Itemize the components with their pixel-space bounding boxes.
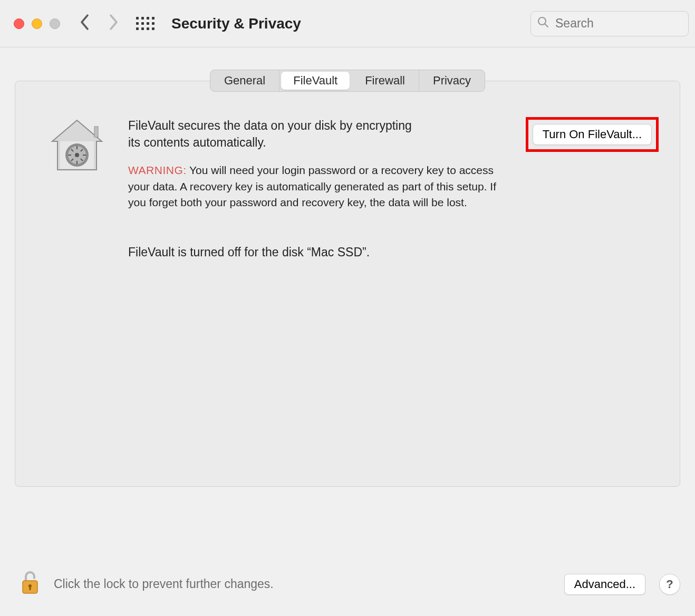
svg-point-7 xyxy=(75,153,79,157)
warning-label: WARNING: xyxy=(128,164,187,176)
window-toolbar: Security & Privacy xyxy=(0,0,695,47)
tab-bar: General FileVault Firewall Privacy xyxy=(210,70,485,92)
annotation-highlight: Turn On FileVault... xyxy=(526,117,659,152)
search-input[interactable] xyxy=(554,16,682,31)
filevault-warning: WARNING: You will need your login passwo… xyxy=(128,162,511,210)
svg-point-5 xyxy=(65,143,89,167)
advanced-button[interactable]: Advanced... xyxy=(564,574,645,595)
tab-firewall[interactable]: Firewall xyxy=(351,70,419,91)
nav-arrows xyxy=(80,14,136,33)
back-button[interactable] xyxy=(80,14,90,33)
svg-line-15 xyxy=(81,149,83,151)
show-all-button[interactable] xyxy=(136,17,155,30)
svg-marker-2 xyxy=(52,120,102,170)
content-panel: FileVault secures the data on your disk … xyxy=(15,81,680,487)
svg-line-1 xyxy=(545,24,548,27)
svg-point-6 xyxy=(68,146,86,164)
tab-privacy[interactable]: Privacy xyxy=(419,70,485,91)
minimize-window-button[interactable] xyxy=(32,18,42,29)
svg-line-12 xyxy=(71,149,73,151)
filevault-description: FileVault secures the data on your disk … xyxy=(128,117,423,151)
svg-rect-3 xyxy=(94,127,98,137)
window-controls xyxy=(6,18,80,29)
search-icon xyxy=(537,16,549,31)
turn-on-filevault-button[interactable]: Turn On FileVault... xyxy=(533,124,652,145)
window-title: Security & Privacy xyxy=(171,15,301,32)
svg-rect-4 xyxy=(60,141,94,169)
filevault-status: FileVault is turned off for the disk “Ma… xyxy=(128,244,511,261)
footer-bar: Click the lock to prevent further change… xyxy=(0,560,695,616)
warning-text: You will need your login password or a r… xyxy=(128,164,496,208)
svg-line-13 xyxy=(81,159,83,161)
lock-hint-text: Click the lock to prevent further change… xyxy=(54,577,274,591)
lock-icon[interactable] xyxy=(20,570,40,598)
search-field[interactable] xyxy=(530,11,689,36)
svg-rect-19 xyxy=(30,586,31,590)
forward-button xyxy=(109,14,118,33)
tab-filevault[interactable]: FileVault xyxy=(281,72,350,90)
svg-line-14 xyxy=(71,159,73,161)
filevault-house-icon xyxy=(43,117,111,175)
tab-general[interactable]: General xyxy=(210,70,279,91)
zoom-window-button[interactable] xyxy=(50,18,60,29)
help-button[interactable]: ? xyxy=(659,574,680,595)
close-window-button[interactable] xyxy=(14,18,24,29)
